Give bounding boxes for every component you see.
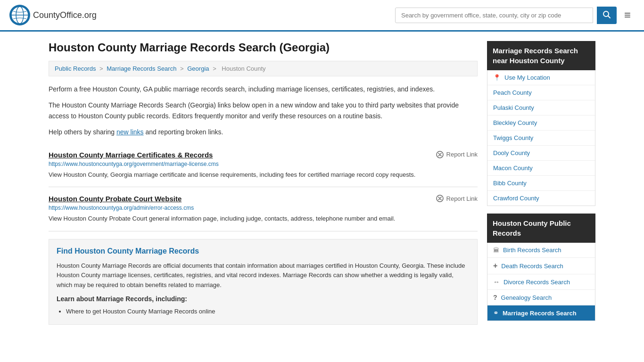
breadcrumb-public-records[interactable]: Public Records bbox=[55, 65, 96, 72]
sidebar-item-bleckley[interactable]: Bleckley County bbox=[487, 115, 595, 131]
record-title-1[interactable]: Houston County Marriage Certificates & R… bbox=[49, 151, 213, 159]
sidebar-link-macon[interactable]: Macon County bbox=[493, 165, 533, 172]
record-desc-2: View Houston County Probate Court genera… bbox=[49, 214, 478, 223]
logo-area: CountyOffice.org bbox=[9, 5, 97, 25]
sidebar-link-marriage[interactable]: Marriage Records Search bbox=[503, 310, 577, 317]
sidebar-link-crawford[interactable]: Crawford County bbox=[493, 195, 539, 202]
breadcrumb-georgia[interactable]: Georgia bbox=[187, 65, 209, 72]
report-icon-1 bbox=[436, 151, 444, 158]
sidebar-item-death[interactable]: + Death Records Search bbox=[487, 258, 595, 274]
search-button[interactable] bbox=[597, 7, 617, 24]
new-links-link[interactable]: new links bbox=[116, 128, 144, 136]
sidebar-link-bibb[interactable]: Bibb County bbox=[493, 180, 527, 187]
record-title-2[interactable]: Houston County Probate Court Website bbox=[49, 195, 182, 203]
menu-button[interactable]: ≡ bbox=[620, 7, 635, 24]
sidebar-link-birth[interactable]: Birth Records Search bbox=[503, 247, 561, 254]
report-link-2[interactable]: Report Link bbox=[436, 195, 478, 202]
sidebar-item-dooly[interactable]: Dooly County bbox=[487, 146, 595, 161]
search-area: ≡ bbox=[395, 7, 635, 24]
record-url-1[interactable]: https://www.houstoncountyga.org/governme… bbox=[49, 161, 478, 167]
page-title: Houston County Marriage Records Search (… bbox=[49, 41, 478, 54]
sidebar-item-birth[interactable]: 🏛 Birth Records Search bbox=[487, 243, 595, 258]
breadcrumb-marriage-records[interactable]: Marriage Records Search bbox=[107, 65, 176, 72]
sidebar-link-death[interactable]: Death Records Search bbox=[501, 263, 563, 270]
sidebar-item-twiggs[interactable]: Twiggs County bbox=[487, 131, 595, 146]
breadcrumb-current: Houston County bbox=[222, 65, 265, 72]
sidebar-link-dooly[interactable]: Dooly County bbox=[493, 149, 530, 156]
find-section: Find Houston County Marriage Records Hou… bbox=[49, 239, 478, 325]
find-section-heading: Find Houston County Marriage Records bbox=[57, 247, 470, 255]
sidebar: Marriage Records Search near Houston Cou… bbox=[487, 41, 595, 329]
breadcrumb: Public Records > Marriage Records Search… bbox=[49, 61, 478, 76]
sidebar-link-divorce[interactable]: Divorce Records Search bbox=[504, 279, 570, 286]
intro-paragraph-1: Perform a free Houston County, GA public… bbox=[49, 84, 478, 94]
sidebar-public-records-list: 🏛 Birth Records Search + Death Records S… bbox=[487, 243, 595, 321]
main-container: Houston County Marriage Records Search (… bbox=[39, 32, 605, 338]
find-section-body: Houston County Marriage Records are offi… bbox=[57, 261, 470, 290]
record-url-2[interactable]: https://www.houstoncountyga.org/admin/er… bbox=[49, 205, 478, 211]
sidebar-public-records-header: Houston County Public Records bbox=[487, 214, 595, 243]
logo-text: CountyOffice.org bbox=[33, 10, 97, 20]
intro-paragraph-2: The Houston County Marriage Records Sear… bbox=[49, 100, 478, 121]
sidebar-item-divorce[interactable]: ↔ Divorce Records Search bbox=[487, 274, 595, 290]
sidebar-public-records-section: Houston County Public Records 🏛 Birth Re… bbox=[487, 214, 595, 321]
content: Houston County Marriage Records Search (… bbox=[49, 41, 478, 329]
sidebar-item-use-my-location[interactable]: 📍 Use My Location bbox=[487, 70, 595, 85]
learn-list: Where to get Houston County Marriage Rec… bbox=[57, 306, 470, 317]
marriage-icon: ⚭ bbox=[493, 309, 499, 317]
sidebar-nearby-header: Marriage Records Search near Houston Cou… bbox=[487, 41, 595, 70]
record-card-2: Houston County Probate Court Website Rep… bbox=[49, 187, 478, 231]
learn-heading: Learn about Marriage Records, including: bbox=[57, 295, 470, 303]
sidebar-link-pulaski[interactable]: Pulaski County bbox=[493, 104, 534, 111]
sidebar-item-crawford[interactable]: Crawford County bbox=[487, 191, 595, 206]
sidebar-link-use-my-location[interactable]: Use My Location bbox=[504, 74, 550, 81]
report-icon-2 bbox=[436, 195, 444, 202]
intro-paragraph-3: Help others by sharing new links and rep… bbox=[49, 127, 478, 137]
record-desc-1: View Houston County, Georgia marriage ce… bbox=[49, 170, 478, 180]
sidebar-link-genealogy[interactable]: Genealogy Search bbox=[501, 294, 552, 301]
header: CountyOffice.org ≡ bbox=[0, 0, 644, 32]
sidebar-link-bleckley[interactable]: Bleckley County bbox=[493, 119, 537, 126]
search-input[interactable] bbox=[395, 8, 593, 23]
sidebar-item-genealogy[interactable]: ? Genealogy Search bbox=[487, 290, 595, 305]
location-icon: 📍 bbox=[493, 74, 501, 81]
sidebar-item-pulaski[interactable]: Pulaski County bbox=[487, 100, 595, 115]
sidebar-item-marriage[interactable]: ⚭ Marriage Records Search bbox=[487, 305, 595, 321]
death-icon: + bbox=[493, 262, 497, 270]
report-link-1[interactable]: Report Link bbox=[436, 151, 478, 158]
sidebar-item-bibb[interactable]: Bibb County bbox=[487, 176, 595, 191]
genealogy-icon: ? bbox=[493, 294, 497, 301]
divorce-icon: ↔ bbox=[493, 278, 500, 286]
search-icon bbox=[603, 10, 611, 19]
sidebar-link-peach[interactable]: Peach County bbox=[493, 89, 532, 96]
logo-icon bbox=[9, 5, 30, 25]
svg-line-6 bbox=[608, 16, 610, 18]
sidebar-nearby-list: 📍 Use My Location Peach County Pulaski C… bbox=[487, 70, 595, 206]
sidebar-item-peach[interactable]: Peach County bbox=[487, 85, 595, 100]
sidebar-item-macon[interactable]: Macon County bbox=[487, 161, 595, 176]
sidebar-nearby-section: Marriage Records Search near Houston Cou… bbox=[487, 41, 595, 206]
birth-icon: 🏛 bbox=[493, 247, 499, 254]
learn-item-1: Where to get Houston County Marriage Rec… bbox=[66, 306, 470, 317]
record-card-1: Houston County Marriage Certificates & R… bbox=[49, 143, 478, 188]
sidebar-link-twiggs[interactable]: Twiggs County bbox=[493, 134, 533, 141]
